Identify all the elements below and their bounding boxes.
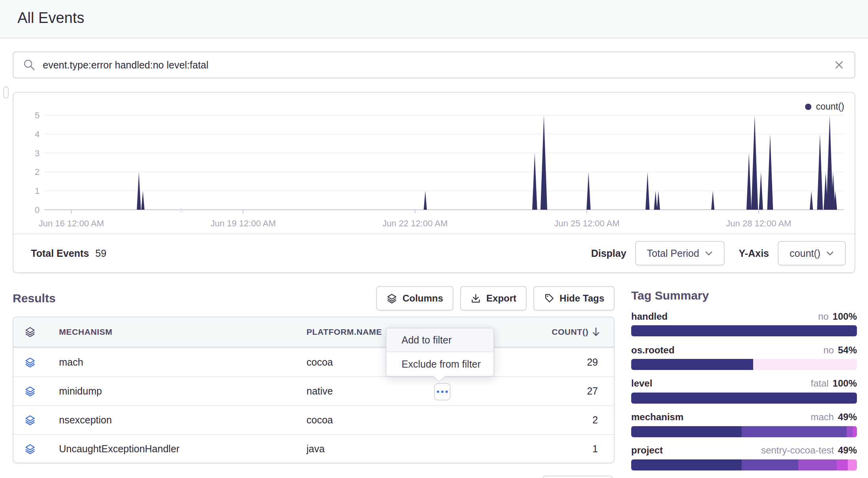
tag-name: handled <box>631 311 668 322</box>
tag-bar-os-rooted[interactable] <box>631 359 857 370</box>
tag-top-pct: 100% <box>833 311 857 322</box>
columns-button-label: Columns <box>402 293 443 304</box>
cell-mechanism[interactable]: mach <box>46 357 294 368</box>
events-chart-card: count() 012345Jun 16 12:00 AMJun 19 12:0… <box>13 92 855 273</box>
tag-item-mechanism: mechanism mach 49% <box>631 412 857 423</box>
tag-summary-heading: Tag Summary <box>631 289 857 302</box>
tag-bar-mechanism[interactable] <box>631 426 857 437</box>
chart-footer: Total Events 59 Display Total Period Y-A… <box>13 233 855 272</box>
svg-text:1: 1 <box>35 186 40 196</box>
svg-text:Jun 19 12:00 AM: Jun 19 12:00 AM <box>210 218 276 228</box>
svg-text:Jun 28 12:00 AM: Jun 28 12:00 AM <box>726 218 791 228</box>
tag-top-value: no <box>823 345 834 356</box>
row-layers-icon <box>13 444 46 455</box>
cell-count[interactable]: 1 <box>500 443 614 455</box>
total-events-label: Total Events <box>31 248 89 259</box>
svg-text:Jun 16 12:00 AM: Jun 16 12:00 AM <box>38 218 104 228</box>
cell-platform[interactable]: native <box>294 385 500 397</box>
tag-bar-segment[interactable] <box>853 426 857 437</box>
chevron-down-icon <box>705 250 713 256</box>
tag-top-value: sentry-cocoa-test <box>761 445 834 456</box>
tag-bar-segment[interactable] <box>847 426 852 437</box>
tag-summary-panel: Tag Summary handled no 100% os.rooted no… <box>631 289 857 475</box>
tag-bar-segment[interactable] <box>631 459 742 470</box>
svg-text:Jun 22 12:00 AM: Jun 22 12:00 AM <box>382 218 447 228</box>
tag-bar-segment[interactable] <box>631 393 857 404</box>
columns-button[interactable]: Columns <box>376 286 453 311</box>
tag-icon <box>544 293 554 304</box>
cell-count[interactable]: 29 <box>500 357 614 368</box>
tag-bar-segment[interactable] <box>631 426 742 437</box>
column-header-count[interactable]: COUNT() <box>500 327 614 337</box>
ellipsis-dot <box>441 391 444 393</box>
tag-bar-segment[interactable] <box>631 359 753 370</box>
table-row: minidump native 27 <box>13 376 614 405</box>
cell-context-menu: Add to filter Exclude from filter <box>386 328 494 377</box>
cell-platform[interactable]: java <box>294 443 500 455</box>
ellipsis-dot <box>445 391 448 393</box>
cell-mechanism[interactable]: nsexception <box>46 414 294 426</box>
export-button[interactable]: Export <box>460 286 527 311</box>
results-heading: Results <box>13 292 55 305</box>
pagination-button-cutoff[interactable] <box>542 476 613 478</box>
tag-name: os.rooted <box>631 345 674 356</box>
tag-bar-segment[interactable] <box>753 359 857 370</box>
cell-mechanism[interactable]: minidump <box>46 385 294 397</box>
tag-item-project: project sentry-cocoa-test 49% <box>631 445 857 456</box>
menu-item-add-to-filter[interactable]: Add to filter <box>386 328 493 352</box>
svg-text:0: 0 <box>35 205 40 215</box>
all-events-page: All Events count() 012345Jun 16 12:00 AM… <box>0 0 868 478</box>
tag-bar-handled[interactable] <box>631 325 857 336</box>
cell-count[interactable]: 27 <box>500 385 614 397</box>
tag-item-os-rooted: os.rooted no 54% <box>631 345 857 356</box>
cell-actions-ellipsis-button[interactable] <box>434 383 451 400</box>
tag-top-value: fatal <box>811 378 828 389</box>
hide-tags-button[interactable]: Hide Tags <box>533 286 615 311</box>
sort-desc-arrow-icon <box>592 327 600 337</box>
yaxis-dropdown-value: count() <box>790 248 820 259</box>
svg-text:2: 2 <box>35 167 40 177</box>
tag-name: level <box>631 378 652 389</box>
tag-top-pct: 54% <box>838 345 857 356</box>
svg-text:3: 3 <box>35 148 40 158</box>
tag-top-value: mach <box>811 412 834 423</box>
row-layers-icon <box>13 415 46 426</box>
clear-search-icon[interactable] <box>833 59 845 71</box>
tag-top-pct: 49% <box>838 412 857 423</box>
display-dropdown[interactable]: Total Period <box>635 241 725 266</box>
tag-bar-segment[interactable] <box>631 325 857 336</box>
cell-count[interactable]: 2 <box>500 414 614 426</box>
display-label: Display <box>591 248 626 259</box>
cell-platform[interactable]: cocoa <box>294 414 500 426</box>
tag-bar-level[interactable] <box>631 393 857 404</box>
yaxis-dropdown[interactable]: count() <box>778 241 846 266</box>
results-table: MECHANISM PLATFORM.NAME COUNT() mach co <box>13 317 615 463</box>
tag-item-handled: handled no 100% <box>631 311 857 322</box>
tag-top-pct: 49% <box>838 445 857 456</box>
tag-bar-segment[interactable] <box>742 426 847 437</box>
tag-name: project <box>631 445 663 456</box>
events-time-series-chart: 012345Jun 16 12:00 AMJun 19 12:00 AMJun … <box>21 99 848 233</box>
svg-text:5: 5 <box>35 110 40 120</box>
tag-bar-segment[interactable] <box>798 459 837 470</box>
tag-bar-segment[interactable] <box>837 459 848 470</box>
tag-bar-project[interactable] <box>631 459 857 470</box>
tag-name: mechanism <box>631 412 683 423</box>
page-header: All Events <box>0 0 868 38</box>
column-header-mechanism[interactable]: MECHANISM <box>46 327 294 337</box>
cell-mechanism[interactable]: UncaughtExceptionHandler <box>46 443 294 455</box>
search-icon <box>23 59 36 71</box>
chevron-down-icon <box>826 250 834 256</box>
tag-bar-segment[interactable] <box>848 459 857 470</box>
layers-column-icon <box>13 326 46 338</box>
row-layers-icon <box>13 357 46 368</box>
tag-bar-segment[interactable] <box>742 459 798 470</box>
row-layers-icon <box>13 386 46 397</box>
table-row: UncaughtExceptionHandler java 1 <box>13 434 614 463</box>
column-header-count-label: COUNT() <box>552 327 588 337</box>
search-input[interactable] <box>43 59 833 71</box>
tag-top-value: no <box>818 311 829 322</box>
search-bar[interactable] <box>13 51 855 78</box>
table-header-row: MECHANISM PLATFORM.NAME COUNT() <box>13 317 614 347</box>
table-row: nsexception cocoa 2 <box>13 405 614 434</box>
